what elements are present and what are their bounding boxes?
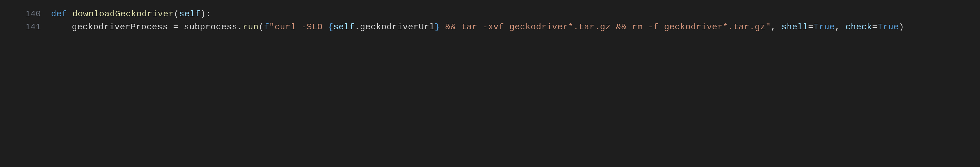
dot: . [237,22,243,32]
paren-close: ) [200,9,206,19]
fstring-prefix: f [264,22,269,32]
bool-true: True [813,22,835,32]
code-content[interactable]: geckodriverProcess = subprocess.run(f"cu… [51,21,980,33]
fstring-brace-open: { [328,22,333,32]
code-block: 140 def downloadGeckodriver(self): 141 g… [0,8,980,33]
module-name: subprocess [184,22,237,32]
param-self: self [179,9,200,19]
line-number: 140 [0,8,51,21]
paren-close: ) [899,22,904,32]
variable: geckodriverProcess [72,22,168,32]
string-literal: "curl -SLO {self.geckodriverUrl} && tar … [269,22,771,32]
comma: , [771,22,781,32]
paren-open: ( [174,9,179,19]
method-name: run [243,22,259,32]
bool-true: True [877,22,899,32]
keyword-def: def [51,9,67,19]
code-content[interactable]: def downloadGeckodriver(self): [51,8,980,21]
kwarg-check: check [845,22,872,32]
paren-open: ( [259,22,264,32]
operator-assign: = [808,22,813,32]
operator-assign: = [168,22,184,32]
self-ref: self [333,22,355,32]
code-line: 141 geckodriverProcess = subprocess.run(… [0,21,980,33]
line-number: 141 [0,21,51,33]
operator-assign: = [872,22,877,32]
kwarg-shell: shell [781,22,808,32]
colon: : [206,9,211,19]
function-name: downloadGeckodriver [73,9,174,19]
code-line: 140 def downloadGeckodriver(self): [0,8,980,21]
comma: , [835,22,845,32]
attribute: geckodriverUrl [360,22,434,32]
fstring-brace-close: } [434,22,440,32]
